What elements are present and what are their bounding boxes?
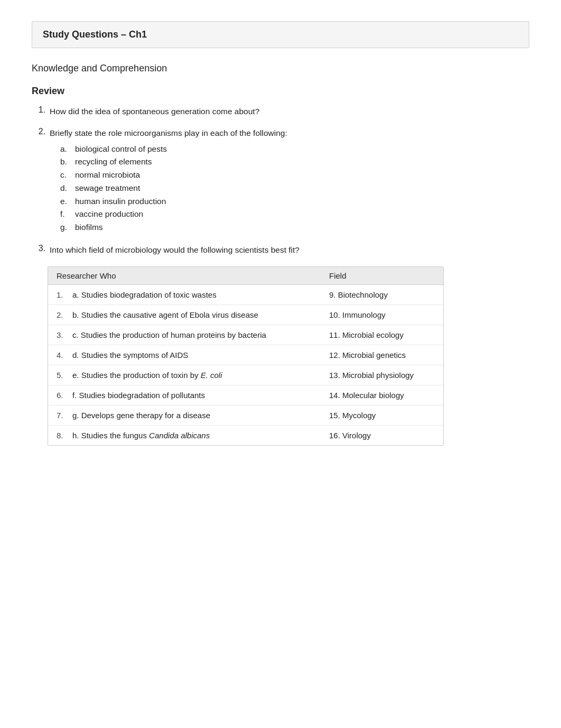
sub-text-c: normal microbiota	[75, 169, 140, 182]
q3-text: Into which field of microbiology would t…	[50, 244, 529, 256]
table-row: 4. d. Studies the symptoms of AIDS 12. M…	[48, 345, 443, 365]
sub-text-a: biological control of pests	[75, 143, 167, 156]
sub-text-b: recycling of elements	[75, 155, 152, 169]
review-heading: Review	[32, 86, 529, 97]
sub-letter-c: c.	[60, 169, 71, 182]
col-header-researcher: Researcher Who	[57, 271, 329, 280]
row-num-1: 1.	[57, 290, 72, 299]
q2-sub-list: a. biological control of pests b. recycl…	[60, 143, 529, 235]
row-num-7: 7.	[57, 411, 72, 420]
sub-text-e: human insulin production	[75, 195, 166, 208]
row-field-5: 13. Microbial physiology	[329, 371, 435, 380]
table-row: 7. g. Develops gene therapy for a diseas…	[48, 406, 443, 426]
row-num-5: 5.	[57, 371, 72, 380]
sub-letter-d: d.	[60, 182, 71, 195]
sub-letter-f: f.	[60, 208, 71, 221]
sub-item-d: d. sewage treatment	[60, 182, 529, 195]
table-row: 3. c. Studies the production of human pr…	[48, 325, 443, 345]
row-field-7: 15. Mycology	[329, 411, 435, 420]
q1-text: How did the idea of spontaneous generati…	[50, 105, 529, 117]
q1-number: 1.	[32, 105, 45, 117]
researcher-table: Researcher Who Field 1. a. Studies biode…	[48, 266, 444, 446]
row-researcher-7: g. Develops gene therapy for a disease	[72, 411, 329, 420]
row-field-8: 16. Virology	[329, 431, 435, 440]
sub-text-d: sewage treatment	[75, 182, 140, 195]
question-3: 3. Into which field of microbiology woul…	[32, 244, 529, 256]
sub-item-g: g. biofilms	[60, 221, 529, 234]
sub-item-b: b. recycling of elements	[60, 155, 529, 169]
table-row: 2. b. Studies the causative agent of Ebo…	[48, 305, 443, 325]
questions-list: 1. How did the idea of spontaneous gener…	[32, 105, 529, 256]
sub-letter-e: e.	[60, 195, 71, 208]
header-box: Study Questions – Ch1	[32, 21, 529, 48]
sub-text-f: vaccine production	[75, 208, 143, 221]
sub-item-c: c. normal microbiota	[60, 169, 529, 182]
sub-text-g: biofilms	[75, 221, 103, 234]
italic-candida: Candida albicans	[149, 431, 210, 440]
table-row: 1. a. Studies biodegradation of toxic wa…	[48, 285, 443, 305]
row-field-4: 12. Microbial genetics	[329, 351, 435, 360]
section-title: Knowledge and Comprehension	[32, 63, 529, 74]
row-num-4: 4.	[57, 351, 72, 360]
q2-text: Briefly state the role microorganisms pl…	[50, 128, 287, 137]
row-field-6: 14. Molecular biology	[329, 391, 435, 400]
q2-content: Briefly state the role microorganisms pl…	[50, 127, 529, 234]
q2-number: 2.	[32, 127, 45, 234]
sub-item-f: f. vaccine production	[60, 208, 529, 221]
page-title: Study Questions – Ch1	[43, 29, 518, 40]
row-researcher-8: h. Studies the fungus Candida albicans	[72, 431, 329, 440]
row-researcher-2: b. Studies the causative agent of Ebola …	[72, 310, 329, 319]
row-researcher-4: d. Studies the symptoms of AIDS	[72, 351, 329, 360]
table-row: 6. f. Studies biodegradation of pollutan…	[48, 385, 443, 406]
row-researcher-3: c. Studies the production of human prote…	[72, 330, 329, 339]
row-num-2: 2.	[57, 310, 72, 319]
question-2: 2. Briefly state the role microorganisms…	[32, 127, 529, 234]
sub-item-a: a. biological control of pests	[60, 143, 529, 156]
sub-letter-g: g.	[60, 221, 71, 234]
question-1: 1. How did the idea of spontaneous gener…	[32, 105, 529, 117]
row-field-2: 10. Immunology	[329, 310, 435, 319]
row-num-3: 3.	[57, 330, 72, 339]
row-field-1: 9. Biotechnology	[329, 290, 435, 299]
italic-ecoli: E. coli	[201, 371, 222, 380]
q3-number: 3.	[32, 244, 45, 256]
sub-item-e: e. human insulin production	[60, 195, 529, 208]
row-num-6: 6.	[57, 391, 72, 400]
table-row: 5. e. Studies the production of toxin by…	[48, 365, 443, 385]
row-field-3: 11. Microbial ecology	[329, 330, 435, 339]
row-researcher-6: f. Studies biodegradation of pollutants	[72, 391, 329, 400]
col-header-field: Field	[329, 271, 435, 280]
sub-letter-a: a.	[60, 143, 71, 156]
table-header-row: Researcher Who Field	[48, 267, 443, 285]
row-researcher-5: e. Studies the production of toxin by E.…	[72, 371, 329, 380]
sub-letter-b: b.	[60, 155, 71, 169]
table-row: 8. h. Studies the fungus Candida albican…	[48, 426, 443, 445]
row-researcher-1: a. Studies biodegradation of toxic waste…	[72, 290, 329, 299]
row-num-8: 8.	[57, 431, 72, 440]
